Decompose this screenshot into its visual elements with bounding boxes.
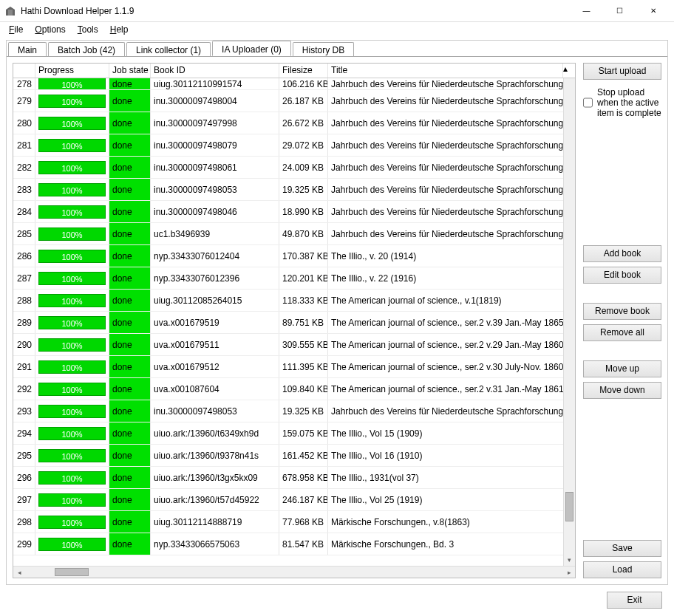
cell-filesize: 26.672 KB	[279, 112, 328, 134]
cell-progress: 100%	[35, 334, 109, 355]
scroll-right-arrow-icon[interactable]: ▸	[563, 569, 575, 576]
cell-filesize: 170.387 KB	[279, 245, 328, 267]
edit-book-button[interactable]: Edit book	[583, 267, 661, 284]
cell-bookid: inu.30000097498079	[151, 134, 279, 156]
cell-bookid: uva.x001087604	[151, 378, 279, 400]
tab-body: Progress Job state Book ID Filesize Titl…	[7, 57, 667, 584]
col-progress[interactable]: Progress	[35, 64, 109, 78]
cell-title: The American journal of science., ser.2 …	[328, 356, 575, 377]
cell-progress: 100%	[35, 157, 109, 178]
col-jobstate[interactable]: Job state	[109, 64, 151, 78]
add-book-button[interactable]: Add book	[583, 245, 661, 262]
cell-state: done	[109, 78, 151, 89]
progress-bar: 100%	[38, 405, 106, 418]
menu-options[interactable]: Options	[29, 23, 71, 36]
progress-bar: 100%	[38, 316, 106, 329]
move-up-button[interactable]: Move up	[583, 360, 661, 377]
close-button[interactable]: ✕	[636, 1, 670, 21]
cell-filesize: 118.333 KB	[279, 290, 328, 311]
cell-index: 280	[13, 112, 35, 134]
horizontal-scrollbar[interactable]: ◂ ▸	[13, 566, 575, 578]
exit-button[interactable]: Exit	[607, 592, 662, 609]
cell-bookid: inu.30000097498061	[151, 157, 279, 178]
table-row[interactable]: 289100%doneuva.x00167951989.751 KBThe Am…	[13, 312, 575, 334]
tab-main[interactable]: Main	[8, 42, 47, 56]
table-row[interactable]: 280100%doneinu.3000009749799826.672 KBJa…	[13, 112, 575, 134]
cell-state: done	[109, 489, 151, 510]
cell-bookid: nyp.33433076012404	[151, 245, 279, 267]
table-row[interactable]: 287100%donenyp.33433076012396120.201 KBT…	[13, 267, 575, 290]
cell-index: 279	[13, 90, 35, 112]
cell-state: done	[109, 533, 151, 555]
remove-book-button[interactable]: Remove book	[583, 303, 661, 320]
table-row[interactable]: 293100%doneinu.3000009749805319.325 KBJa…	[13, 400, 575, 422]
col-bookid[interactable]: Book ID	[151, 64, 279, 78]
maximize-button[interactable]: ☐	[603, 1, 636, 21]
tab-history-db[interactable]: History DB	[293, 42, 354, 56]
cell-index: 291	[13, 356, 35, 377]
cell-bookid: inu.30000097497998	[151, 112, 279, 134]
menu-help[interactable]: Help	[104, 23, 135, 36]
tab-ia-uploader[interactable]: IA Uploader (0)	[212, 41, 291, 56]
cell-filesize: 161.452 KB	[279, 445, 328, 466]
cell-progress: 100%	[35, 112, 109, 134]
table-row[interactable]: 297100%doneuiuo.ark:/13960/t57d45922246.…	[13, 489, 575, 511]
hscroll-thumb[interactable]	[55, 568, 89, 576]
move-down-button[interactable]: Move down	[583, 382, 661, 399]
menubar: File Options Tools Help	[0, 22, 674, 37]
minimize-button[interactable]: —	[570, 1, 603, 21]
cell-bookid: uiuo.ark:/13960/t6349xh9d	[151, 422, 279, 444]
cell-title: Jahrbuch des Vereins für Niederdeutsche …	[328, 157, 575, 178]
cell-progress: 100%	[35, 90, 109, 112]
remove-all-button[interactable]: Remove all	[583, 324, 661, 341]
table-row[interactable]: 284100%doneinu.3000009749804618.990 KBJa…	[13, 201, 575, 223]
cell-bookid: uiuo.ark:/13960/t57d45922	[151, 489, 279, 510]
cell-title: The American journal of science., ser.2 …	[328, 378, 575, 400]
cell-progress: 100%	[35, 422, 109, 444]
tab-link-collector[interactable]: Link collector (1)	[126, 42, 211, 56]
col-filesize[interactable]: Filesize	[279, 64, 328, 78]
scroll-up-arrow-icon[interactable]	[564, 78, 575, 90]
menu-file[interactable]: File	[3, 23, 29, 36]
table-row[interactable]: 296100%doneuiuo.ark:/13960/t3gx5kx09678.…	[13, 467, 575, 489]
table-row[interactable]: 290100%doneuva.x001679511309.555 KBThe A…	[13, 334, 575, 356]
cell-index: 298	[13, 511, 35, 533]
cell-state: done	[109, 90, 151, 112]
table-row[interactable]: 285100%doneuc1.b349693949.870 KBJahrbuch…	[13, 223, 575, 245]
cell-index: 286	[13, 245, 35, 267]
load-button[interactable]: Load	[583, 561, 661, 578]
scroll-up-icon[interactable]: ▴	[563, 64, 575, 78]
cell-bookid: nyp.33433066575063	[151, 533, 279, 555]
stop-upload-checkbox-input[interactable]	[583, 87, 593, 118]
progress-bar: 100%	[38, 516, 106, 529]
table-row[interactable]: 288100%doneuiug.30112085264015118.333 KB…	[13, 290, 575, 312]
cell-filesize: 29.072 KB	[279, 134, 328, 156]
table-row[interactable]: 278 100% done uiug.30112110991574 106.21…	[13, 78, 575, 90]
table-row[interactable]: 279100%doneinu.3000009749800426.187 KBJa…	[13, 90, 575, 112]
table-row[interactable]: 295100%doneuiuo.ark:/13960/t9378n41s161.…	[13, 445, 575, 467]
scroll-left-arrow-icon[interactable]: ◂	[13, 569, 25, 576]
progress-bar: 100%	[38, 383, 106, 396]
table-row[interactable]: 298100%doneuiug.3011211488871977.968 KBM…	[13, 511, 575, 533]
table-row[interactable]: 291100%doneuva.x001679512111.395 KBThe A…	[13, 356, 575, 378]
table-row[interactable]: 282100%doneinu.3000009749806124.009 KBJa…	[13, 157, 575, 179]
table-row[interactable]: 294100%doneuiuo.ark:/13960/t6349xh9d159.…	[13, 422, 575, 445]
save-button[interactable]: Save	[583, 540, 661, 557]
table-row[interactable]: 299100%donenyp.3343306657506381.547 KBMä…	[13, 533, 575, 555]
cell-index: 295	[13, 445, 35, 466]
menu-tools[interactable]: Tools	[72, 23, 104, 36]
stop-upload-checkbox[interactable]: Stop upload when the active item is comp…	[583, 84, 661, 118]
table-row[interactable]: 283100%doneinu.3000009749805319.325 KBJa…	[13, 179, 575, 201]
col-index[interactable]	[13, 64, 35, 78]
scroll-down-arrow-icon[interactable]: ▾	[564, 554, 575, 566]
table-row[interactable]: 292100%doneuva.x001087604109.840 KBThe A…	[13, 378, 575, 400]
titlebar: Hathi Download Helper 1.1.9 — ☐ ✕	[0, 0, 674, 22]
col-title[interactable]: Title	[328, 64, 563, 78]
progress-bar: 100%	[38, 139, 106, 152]
scroll-thumb[interactable]	[565, 492, 573, 521]
start-upload-button[interactable]: Start upload	[583, 63, 661, 80]
vertical-scrollbar[interactable]: ▾	[563, 78, 575, 566]
table-row[interactable]: 286100%donenyp.33433076012404170.387 KBT…	[13, 245, 575, 267]
table-row[interactable]: 281100%doneinu.3000009749807929.072 KBJa…	[13, 134, 575, 157]
tab-batch-job[interactable]: Batch Job (42)	[48, 42, 125, 56]
